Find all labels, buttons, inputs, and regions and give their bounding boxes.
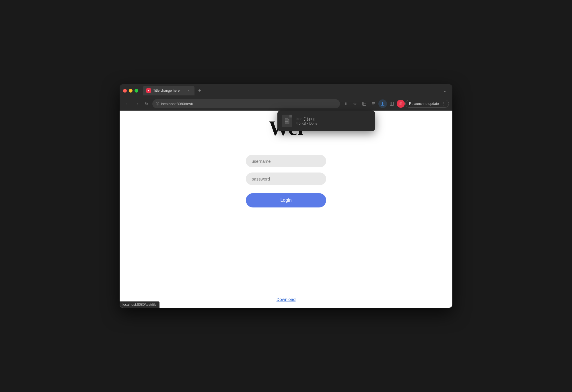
download-meta: 4.0 KB • Done [296, 121, 370, 126]
bookmark-button[interactable]: ☆ [351, 99, 359, 108]
minimize-button[interactable] [129, 89, 133, 93]
url-bar[interactable]: ⓘ localhost:8080/test/ [152, 99, 340, 108]
active-tab[interactable]: ♥ Title change here × [143, 86, 194, 95]
share-button[interactable]: ⬆ [342, 99, 350, 108]
address-bar: ← → ↻ ⓘ localhost:8080/test/ ⬆ ☆ [120, 97, 452, 111]
relaunch-menu-icon: ⋮ [441, 101, 445, 106]
tab-title: Title change here [153, 89, 184, 93]
relaunch-label: Relaunch to update [409, 102, 439, 106]
tabs-area: ♥ Title change here × + ⌄ [143, 86, 449, 95]
close-button[interactable] [123, 89, 127, 93]
username-input[interactable] [246, 155, 326, 167]
downloads-button[interactable] [378, 99, 387, 108]
login-button[interactable]: Login [246, 193, 326, 207]
download-popup: PNG icon (1).png 4.0 KB • Done [277, 111, 375, 131]
title-bar: ♥ Title change here × + ⌄ [120, 84, 452, 97]
reading-list-button[interactable] [369, 99, 378, 108]
tab-favicon: ♥ [146, 88, 151, 93]
download-file-icon: PNG [282, 115, 292, 127]
traffic-lights [123, 89, 138, 93]
login-form: Login [246, 155, 326, 207]
back-button[interactable]: ← [123, 100, 131, 108]
url-info-icon: ⓘ [156, 101, 159, 106]
sidebar-button[interactable] [388, 99, 396, 108]
maximize-button[interactable] [135, 89, 138, 93]
extensions-button[interactable] [360, 99, 369, 108]
url-text: localhost:8080/test/ [161, 102, 336, 106]
profile-button[interactable]: E [397, 100, 405, 108]
status-url: localhost:8080/test/file [122, 303, 157, 307]
status-bar: localhost:8080/test/file [120, 301, 159, 308]
new-tab-button[interactable]: + [196, 87, 204, 95]
relaunch-button[interactable]: Relaunch to update ⋮ [405, 100, 449, 108]
page-content: Wel Login Download localhost:8080/test/f… [120, 111, 452, 308]
password-input[interactable] [246, 173, 326, 185]
download-info: icon (1).png 4.0 KB • Done [296, 117, 370, 126]
browser-window: ♥ Title change here × + ⌄ ← → ↻ ⓘ localh… [120, 84, 452, 308]
svg-text:PNG: PNG [285, 121, 289, 123]
toolbar-actions: ⬆ ☆ E [342, 99, 449, 108]
page-footer: Download [120, 291, 452, 308]
download-link[interactable]: Download [277, 297, 296, 302]
svg-rect-3 [390, 102, 394, 105]
tab-close-button[interactable]: × [186, 88, 191, 93]
reload-button[interactable]: ↻ [143, 100, 151, 108]
page-body: Login [120, 146, 452, 291]
tab-menu-button[interactable]: ⌄ [441, 87, 449, 95]
download-filename: icon (1).png [296, 117, 370, 121]
forward-button[interactable]: → [133, 100, 141, 108]
